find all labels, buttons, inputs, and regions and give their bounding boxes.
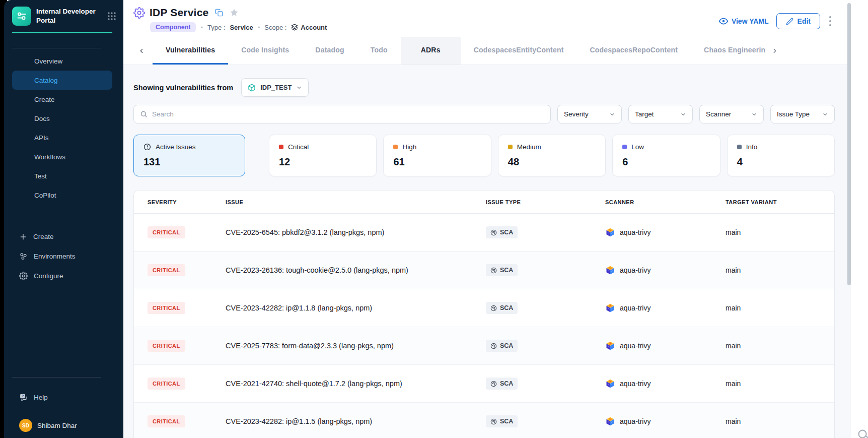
severity-filter[interactable]: Severity [557,105,622,123]
star-icon[interactable] [230,8,239,17]
table-row[interactable]: CRITICAL CVE-2025-6545: pbkdf2@3.1.2 (la… [134,214,834,252]
table-row[interactable]: CRITICAL CVE-2021-42740: shell-quote@1.7… [134,365,834,403]
col-scanner: SCANNER [605,199,726,205]
severity-badge: CRITICAL [148,302,185,314]
sca-fingerprint-icon [490,305,497,311]
card-value: 4 [737,156,825,168]
critical-dot [279,145,283,149]
sidebar-item-catalog[interactable]: Catalog [12,71,112,90]
tab-code-insights[interactable]: Code Insights [228,37,302,65]
high-card[interactable]: High 61 [383,135,491,176]
info-card[interactable]: Info 4 [727,135,835,176]
high-dot [393,145,398,149]
table-row[interactable]: CRITICAL CVE-2023-42282: ip@1.1.8 (lang-… [134,289,834,327]
sidebar-item-docs[interactable]: Docs [12,109,112,128]
issue-type-badge: SCA [486,340,518,352]
sidebar-item-workflows[interactable]: Workflows [12,147,112,166]
tab-codespaces-repo-content[interactable]: CodespacesRepoContent [577,37,691,65]
component-gear-icon [133,7,145,19]
svg-text:?: ? [22,394,24,398]
sidebar-item-test[interactable]: Test [12,166,112,185]
edit-button[interactable]: Edit [776,13,820,29]
sidebar-actions: Create Environments Configure [4,227,123,286]
sidebar-nav: Overview Catalog Create Docs APIs Workfl… [4,51,123,205]
copy-icon[interactable] [215,9,223,17]
tab-adrs[interactable]: ADRs [401,37,461,65]
table-row[interactable]: CRITICAL CVE-2023-26136: tough-cookie@2.… [134,252,834,289]
tab-codespaces-entity-content[interactable]: CodespacesEntityContent [461,37,577,65]
card-label: High [402,143,416,151]
view-yaml-button[interactable]: View YAML [719,17,769,26]
gear-icon [19,272,28,280]
trivy-icon [605,227,615,237]
cards-divider [257,138,257,173]
search-input[interactable] [152,110,544,118]
issue-type-filter[interactable]: Issue Type [770,105,835,123]
scanner-cell: aqua-trivy [605,416,726,426]
sidebar-bottom: ? Help SD Shibam Dhar [4,377,123,438]
sca-fingerprint-icon [490,418,497,425]
tab-vulnerabilities[interactable]: Vulnerabilities [153,37,228,65]
table-row[interactable]: CRITICAL CVE-2023-42282: ip@1.1.5 (lang-… [134,403,834,438]
sidebar-item-create[interactable]: Create [12,90,112,109]
scrollbar-thumb[interactable] [847,3,851,285]
target-variant-cell: main [726,266,834,274]
issue-cell[interactable]: CVE-2023-42282: ip@1.1.8 (lang-pkgs, npm… [226,304,486,312]
tabs-scroll-left-icon[interactable] [130,37,153,65]
col-target-variant: TARGET VARIANT [726,199,834,205]
vulnerabilities-table: SEVERITY ISSUE ISSUE TYPE SCANNER TARGET… [133,190,835,438]
user-menu[interactable]: SD Shibam Dhar [19,419,112,432]
target-filter[interactable]: Target [628,105,693,123]
kebab-menu-icon[interactable] [828,15,833,28]
project-select[interactable]: IDP_TEST [241,78,309,97]
sca-fingerprint-icon [490,267,497,274]
scope-label: Scope : [264,24,286,31]
sidebar-item-apis[interactable]: APIs [12,128,112,147]
sidebar-item-copilot[interactable]: CoPilot [12,185,112,205]
active-issues-card[interactable]: Active Issues 131 [133,135,245,176]
cube-icon [248,84,256,92]
critical-card[interactable]: Critical 12 [269,135,377,176]
issue-cell[interactable]: CVE-2023-26136: tough-cookie@2.5.0 (lang… [226,266,486,274]
card-label: Info [746,143,758,151]
sidebar: Internal Developer Portal Overview Catal… [4,0,123,438]
card-label: Active Issues [156,143,196,151]
target-variant-cell: main [726,380,834,388]
dot-separator: • [200,24,203,31]
target-variant-cell: main [726,417,834,425]
sidebar-action-label: Create [33,233,54,240]
sidebar-action-create[interactable]: Create [12,227,112,246]
tabs-scroll-right-icon[interactable] [768,37,781,65]
apps-grid-icon[interactable] [107,12,116,21]
avatar: SD [19,419,32,432]
info-dot [737,145,742,149]
sidebar-header: Internal Developer Portal [4,0,123,31]
col-severity: SEVERITY [148,199,226,205]
sidebar-action-environments[interactable]: Environments [12,246,112,266]
help-button[interactable]: ? Help [12,388,112,407]
card-label: Medium [517,143,541,151]
issue-cell[interactable]: CVE-2023-42282: ip@1.1.5 (lang-pkgs, npm… [226,417,486,425]
low-card[interactable]: Low 6 [612,135,720,176]
scanner-cell: aqua-trivy [605,227,726,237]
scanner-filter[interactable]: Scanner [699,105,764,123]
circuit-logo-icon [16,10,28,22]
tab-datadog[interactable]: Datadog [302,37,357,65]
tab-chaos-engineering[interactable]: Chaos Engineerin [691,37,768,65]
medium-card[interactable]: Medium 48 [498,135,606,176]
sidebar-action-configure[interactable]: Configure [12,266,112,286]
sidebar-item-overview[interactable]: Overview [12,51,112,71]
sca-fingerprint-icon [490,343,497,349]
table-header-row: SEVERITY ISSUE ISSUE TYPE SCANNER TARGET… [134,191,834,214]
filter-row: Severity Target Scanner Issue Type [133,105,835,123]
table-row[interactable]: CRITICAL CVE-2025-7783: form-data@2.3.3 … [134,327,834,365]
kind-badge: Component [150,22,196,32]
issue-cell[interactable]: CVE-2021-42740: shell-quote@1.7.2 (lang-… [226,380,486,388]
entity-header: IDP Service Component • Type : Service •… [123,0,868,32]
product-logo[interactable] [12,7,31,26]
tab-todo[interactable]: Todo [357,37,401,65]
severity-badge: CRITICAL [148,264,185,276]
issue-cell[interactable]: CVE-2025-6545: pbkdf2@3.1.2 (lang-pkgs, … [226,228,486,236]
user-name: Shibam Dhar [37,422,77,429]
issue-cell[interactable]: CVE-2025-7783: form-data@2.3.3 (lang-pkg… [226,342,486,350]
